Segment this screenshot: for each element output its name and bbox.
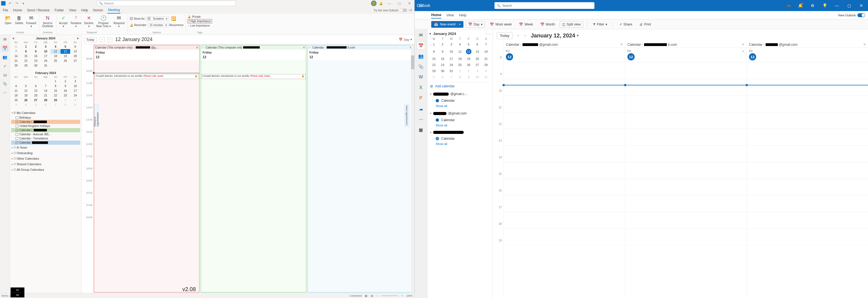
next-appointment-tab[interactable]: Next Appointment <box>405 104 409 127</box>
rail-mail-icon[interactable]: ✉ <box>417 31 425 39</box>
today-button[interactable]: Today <box>84 37 97 42</box>
arrow-left-icon[interactable]: ← <box>202 46 205 49</box>
close-button[interactable]: ✕ <box>405 1 413 6</box>
group-other[interactable]: ▸☐Other Calendars <box>11 156 80 161</box>
close-icon[interactable]: ✕ <box>863 43 866 46</box>
close-icon[interactable]: ✕ <box>742 43 744 46</box>
show-all-link[interactable]: Show all <box>430 104 490 110</box>
prev-month-icon[interactable]: ◀ <box>12 37 14 40</box>
today-button[interactable]: Today <box>497 32 513 39</box>
day-button[interactable]: 📅Day ▾ <box>466 21 485 28</box>
split-view-button[interactable]: ◫Split view <box>560 21 583 28</box>
mini-calendar-jan[interactable]: ◀January 2024▶ SUMOTUWETHFRSA31123456789… <box>11 36 80 68</box>
next-day-button[interactable]: › <box>107 37 113 42</box>
rail-onedrive-icon[interactable]: ☁ <box>417 105 425 112</box>
my-calendars-group[interactable]: ▾☑My Calendars <box>11 110 80 115</box>
tips-icon[interactable]: 💡 <box>820 1 829 10</box>
rail-more-icon[interactable]: ⋯ <box>2 89 8 96</box>
minimize-button[interactable]: — <box>385 1 393 6</box>
rail-calendar-icon[interactable]: 📅 <box>2 45 8 52</box>
calendar-item-uk[interactable]: United Kingdom holidays <box>11 124 80 128</box>
rail-apps-icon[interactable]: ▦ <box>417 126 425 134</box>
next-month-icon[interactable]: ↓ <box>489 32 490 35</box>
search-box[interactable]: 🔍 Search <box>97 1 236 6</box>
reminder-select[interactable]: 15 minutes ▾ <box>148 23 168 27</box>
respond-button[interactable]: ✉Respond▾ <box>113 14 126 28</box>
calendar-column-3[interactable]: Calendar - @gmail.com✕ Fri 12 <box>746 41 868 298</box>
qat-dropdown-icon[interactable]: ▾ <box>21 1 26 5</box>
calendar-column-2[interactable]: ←Calendar (This computer only✕ Friday 12… <box>200 45 306 293</box>
close-icon[interactable]: ✕ <box>620 43 623 46</box>
pin-icon[interactable]: ⌂ <box>742 49 744 53</box>
view-normal-icon[interactable]: ▦ <box>365 294 367 297</box>
chevron-down-icon[interactable]: ▾ <box>577 34 579 37</box>
group-shared[interactable]: ▸☐Shared Calendars <box>11 161 80 167</box>
redo-icon[interactable]: ↷ <box>14 1 19 5</box>
tab-file[interactable]: File <box>2 7 9 13</box>
rail-more-icon[interactable]: ⋯ <box>417 115 425 123</box>
maximize-button[interactable]: ▢ <box>396 1 403 6</box>
calendar-item-autocab[interactable]: Calendar - Autocab 365… <box>11 132 80 136</box>
low-importance-button[interactable]: ↓Low Importance <box>188 24 210 28</box>
search-box[interactable]: 🔍 Search <box>495 2 594 9</box>
zoom-out-icon[interactable]: − <box>377 294 378 297</box>
calendar-item-2[interactable]: ✓Calendar ( <box>11 128 80 132</box>
arrow-left-icon[interactable]: ← <box>309 46 311 49</box>
account-3[interactable]: ▾ <box>430 129 490 136</box>
month-button[interactable]: 📅Month <box>538 21 557 28</box>
tab-view[interactable]: View <box>446 12 454 18</box>
tab-norton[interactable]: Norton <box>92 7 103 13</box>
minimize-button[interactable]: — <box>833 1 841 10</box>
try-new-toggle[interactable] <box>400 9 407 12</box>
tab-help[interactable]: Help <box>81 7 89 13</box>
prev-month-icon[interactable]: ↑ <box>486 32 487 35</box>
rail-calendar-icon[interactable]: 📅 <box>417 41 425 49</box>
open-button[interactable]: 📂Open <box>3 14 13 25</box>
calendar-item-trans[interactable]: Calendar - Translations <box>11 136 80 140</box>
calendar-column-3[interactable]: ←Calendar - b.com✕ Friday 12 Next Appoin… <box>307 45 413 293</box>
calendar-column-1[interactable]: Calendar (This computer only) - @g…✕ Fri… <box>94 45 199 293</box>
settings-icon[interactable]: ⚙ <box>808 1 817 10</box>
view-selector[interactable]: 📅Day ▾ <box>399 38 412 41</box>
share-button[interactable]: ↗Share <box>617 21 634 28</box>
view-reading-icon[interactable]: ▤ <box>371 294 373 297</box>
tentative-button[interactable]: ?Tentative▾ <box>69 14 83 28</box>
scrollbar[interactable] <box>411 44 414 293</box>
mini-calendar-feb[interactable]: February 2024 SUMOTUWETHFRSA123456789101… <box>11 71 80 107</box>
zoom-slider[interactable] <box>381 296 398 296</box>
tab-view[interactable]: View <box>68 7 77 13</box>
rail-powerpoint-icon[interactable]: P <box>417 94 425 102</box>
calendar-column-2[interactable]: Calendar - b.com✕ Fri⌂ 12 <box>625 41 746 298</box>
delete-button[interactable]: 🗑Delete <box>14 14 24 25</box>
showas-select[interactable]: Tentative ▾ <box>146 16 169 21</box>
rail-shortcuts-icon[interactable]: 📎 <box>2 80 8 87</box>
tab-help[interactable]: Help <box>459 12 466 18</box>
rail-people-icon[interactable]: 👥 <box>417 52 425 60</box>
private-button[interactable]: 🔒Private <box>188 15 200 19</box>
tab-folder[interactable]: Folder <box>54 7 65 13</box>
maximize-button[interactable]: ▢ <box>845 1 854 10</box>
decline-button[interactable]: ✕Decline▾ <box>83 14 94 28</box>
event-1[interactable]: Forsyth Barnes: Introduction to our worl… <box>95 74 199 79</box>
rail-notes-icon[interactable]: 🗂 <box>2 71 8 78</box>
rail-people-icon[interactable]: 👥 <box>2 54 8 60</box>
avatar[interactable] <box>371 1 377 6</box>
new-event-button[interactable]: 📅New event▾ <box>431 21 463 28</box>
accept-button[interactable]: ✓Accept▾ <box>58 14 69 28</box>
next-month-icon[interactable]: ▶ <box>77 37 79 40</box>
close-icon[interactable]: ✕ <box>303 46 305 49</box>
meet-now-icon[interactable]: 📹 <box>784 1 793 10</box>
rail-excel-icon[interactable]: X <box>417 84 425 92</box>
week-button[interactable]: 📅Week <box>517 21 535 28</box>
show-all-link[interactable]: Show all <box>430 142 490 148</box>
calendar-item[interactable]: Calendar <box>430 98 490 104</box>
group-onboarding[interactable]: ▸☐Onboarding <box>11 150 80 156</box>
chevron-down-icon[interactable]: ▾ <box>430 32 431 35</box>
rail-mail-icon[interactable]: ✉ <box>2 36 8 43</box>
close-button[interactable]: ✕ <box>857 1 866 10</box>
group-allgroup[interactable]: ▸☐All Group Calendars <box>11 167 80 172</box>
group-ateam[interactable]: ▸☐A-Team <box>11 145 80 150</box>
high-importance-button[interactable]: !High Importance <box>188 19 212 23</box>
calendar-item-1[interactable]: ✓Calendar ( <box>11 120 80 124</box>
show-all-link[interactable]: Show all <box>430 123 490 129</box>
